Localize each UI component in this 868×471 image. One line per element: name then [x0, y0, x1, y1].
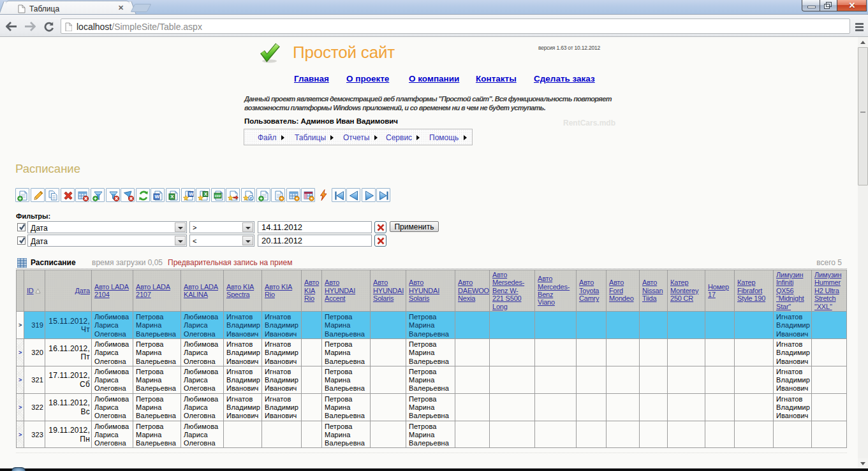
svg-text:e: e — [249, 195, 252, 201]
svg-text:X: X — [170, 194, 174, 199]
svg-text:X: X — [204, 191, 207, 197]
svg-text:W: W — [155, 194, 160, 199]
svg-text:W: W — [189, 191, 194, 197]
svg-text:csv: csv — [215, 194, 221, 198]
